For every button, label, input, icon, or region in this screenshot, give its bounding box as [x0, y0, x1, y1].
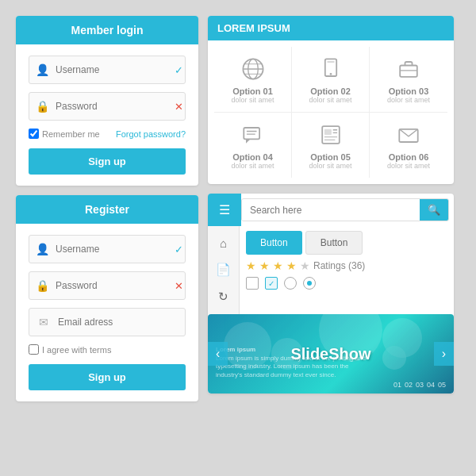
- checkbox-1[interactable]: [246, 277, 259, 290]
- svg-rect-10: [244, 128, 259, 139]
- login-header: Member login: [16, 16, 198, 44]
- register-header: Register: [16, 195, 198, 224]
- list-item[interactable]: Option 01 dolor sit amet: [214, 47, 292, 113]
- svg-point-6: [329, 73, 332, 75]
- svg-marker-11: [246, 139, 250, 143]
- remember-checkbox[interactable]: [29, 129, 39, 139]
- login-username-input[interactable]: [56, 64, 175, 75]
- clear-icon: ✕: [175, 101, 183, 113]
- primary-button[interactable]: Button: [246, 231, 302, 255]
- login-signup-button[interactable]: Sign up: [29, 148, 186, 175]
- slideshow-title: SlideShow: [290, 345, 370, 363]
- nav-docs-button[interactable]: 📄: [210, 257, 237, 282]
- agree-row: I agree with terms: [29, 344, 186, 355]
- icon-panel-title: LOREM IPSUM: [217, 22, 290, 34]
- nav-refresh-button[interactable]: ↻: [210, 284, 237, 309]
- radio-2[interactable]: [303, 277, 316, 290]
- dot-2[interactable]: 02: [405, 381, 413, 389]
- controls-main: ⌂ 📄 ↻ Button Button ★ ★ ★ ★ ★: [208, 226, 454, 314]
- slideshow-prev-button[interactable]: ‹: [208, 342, 228, 366]
- right-controls: Button Button ★ ★ ★ ★ ★ Ratings (36) ✓: [240, 226, 454, 314]
- reg-email-input-row: ✉: [29, 308, 186, 336]
- lock-icon: 🔒: [36, 278, 49, 294]
- list-item[interactable]: Option 04 dolor sit amet: [214, 113, 292, 178]
- search-bar: 🔍: [241, 198, 449, 221]
- option-01-label: Option 01: [232, 86, 273, 96]
- secondary-button[interactable]: Button: [305, 231, 363, 255]
- svg-rect-8: [400, 66, 417, 77]
- option-05-label: Option 05: [310, 152, 351, 162]
- login-password-input[interactable]: [56, 101, 175, 112]
- nav-home-button[interactable]: ⌂: [210, 231, 237, 255]
- username-input-row: 👤 ✓: [29, 56, 186, 84]
- agree-checkbox[interactable]: [29, 344, 39, 355]
- remember-label[interactable]: Remember me: [29, 129, 100, 139]
- checkboxes-row: ✓: [246, 277, 447, 290]
- hamburger-button[interactable]: ☰: [208, 194, 241, 226]
- register-title: Register: [85, 203, 129, 216]
- mail-icon: [394, 121, 423, 149]
- option-01-sub: dolor sit amet: [231, 96, 274, 104]
- user-icon: 👤: [36, 62, 49, 78]
- star-3: ★: [273, 259, 283, 272]
- email-icon: ✉: [36, 314, 52, 330]
- star-1: ★: [246, 259, 256, 272]
- icon-panel: LOREM IPSUM Option 01 dolor sit amet: [208, 16, 454, 184]
- option-02-label: Option 02: [310, 86, 351, 96]
- star-5: ★: [300, 259, 310, 272]
- option-06-sub: dolor sit amet: [387, 162, 430, 170]
- option-06-label: Option 06: [389, 152, 429, 162]
- register-signup-button[interactable]: Sign up: [29, 364, 186, 390]
- check-icon: ✓: [175, 64, 183, 76]
- option-04-sub: dolor sit amet: [231, 162, 274, 170]
- reg-password-input-row: 🔒 ✕: [29, 271, 186, 300]
- icon-grid: Option 01 dolor sit amet Option 02 dolor…: [208, 40, 454, 184]
- option-02-sub: dolor sit amet: [309, 96, 351, 104]
- user-icon: 👤: [36, 241, 49, 257]
- button-group: Button Button: [246, 231, 447, 255]
- dot-1[interactable]: 01: [393, 381, 401, 389]
- option-03-sub: dolor sit amet: [387, 96, 430, 104]
- briefcase-icon: [394, 55, 423, 83]
- lock-icon: 🔒: [36, 98, 49, 114]
- login-panel: Member login 👤 ✓ 🔒 ✕ Remember me: [16, 16, 198, 186]
- remember-text: Remember me: [42, 129, 100, 139]
- chat-icon: [239, 121, 267, 149]
- list-item[interactable]: Option 02 dolor sit amet: [292, 47, 370, 113]
- news-icon: [317, 121, 345, 149]
- tablet-icon: [317, 55, 345, 83]
- slideshow-dots: 01 02 03 04 05: [393, 381, 446, 389]
- agree-label[interactable]: I agree with terms: [29, 344, 111, 355]
- search-button[interactable]: 🔍: [420, 199, 448, 221]
- ratings-label: Ratings (36): [313, 260, 365, 271]
- option-05-sub: dolor sit amet: [309, 162, 351, 170]
- login-title: Member login: [71, 24, 143, 36]
- slideshow: ‹ SlideShow › Lorem ipsum Lorem ipsum is…: [208, 314, 454, 393]
- sidebar-nav: ⌂ 📄 ↻: [208, 226, 240, 314]
- dot-4[interactable]: 04: [427, 381, 435, 389]
- agree-text: I agree with terms: [42, 345, 111, 355]
- slideshow-next-button[interactable]: ›: [434, 342, 454, 366]
- clear-icon: ✕: [175, 280, 183, 292]
- search-input[interactable]: [242, 200, 420, 221]
- remember-row: Remember me Forgot password?: [29, 129, 186, 139]
- list-item[interactable]: Option 05 dolor sit amet: [292, 113, 370, 178]
- register-username-input[interactable]: [56, 244, 175, 255]
- forgot-password-link[interactable]: Forgot password?: [116, 129, 186, 139]
- ratings-row: ★ ★ ★ ★ ★ Ratings (36): [246, 259, 447, 272]
- dot-3[interactable]: 03: [416, 381, 424, 389]
- icon-panel-header: LOREM IPSUM: [208, 16, 454, 40]
- password-input-row: 🔒 ✕: [29, 92, 186, 121]
- controls-panel: ☰ 🔍 ⌂ 📄 ↻ Button Button: [208, 194, 454, 393]
- option-04-label: Option 04: [232, 152, 273, 162]
- check-icon: ✓: [175, 244, 183, 255]
- list-item[interactable]: Option 06 dolor sit amet: [370, 113, 447, 178]
- globe-icon: [239, 55, 267, 83]
- register-password-input[interactable]: [56, 280, 175, 291]
- dot-5[interactable]: 05: [438, 381, 446, 389]
- checkbox-2[interactable]: ✓: [265, 277, 278, 290]
- register-email-input[interactable]: [58, 317, 178, 328]
- radio-1[interactable]: [284, 277, 297, 290]
- list-item[interactable]: Option 03 dolor sit amet: [370, 47, 447, 113]
- star-2: ★: [259, 259, 270, 272]
